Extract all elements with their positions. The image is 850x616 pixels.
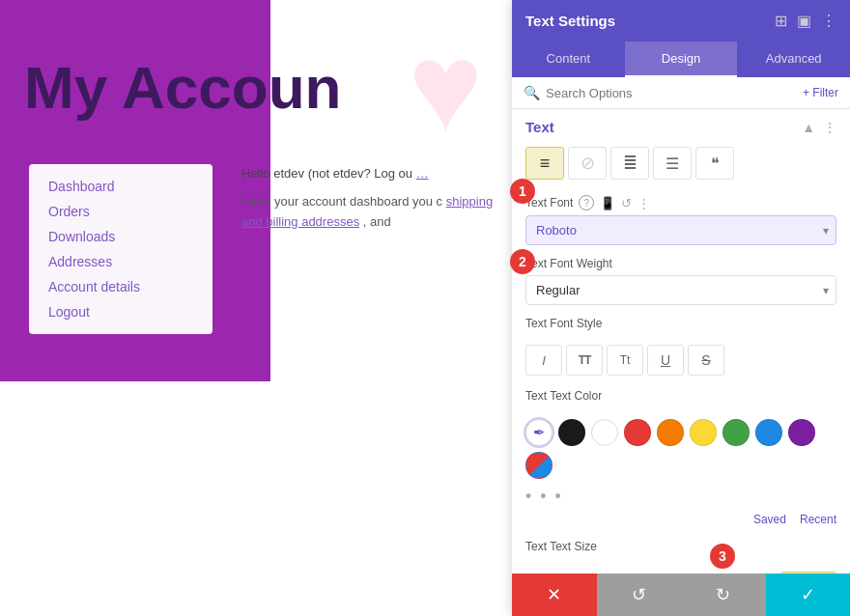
tab-advanced[interactable]: Advanced [737, 42, 850, 77]
sidebar-item-orders[interactable]: Orders [48, 204, 193, 219]
strikethrough-button[interactable]: S [688, 345, 724, 376]
sidebar-item-downloads[interactable]: Downloads [48, 229, 193, 244]
recent-label[interactable]: Recent [800, 513, 836, 526]
section-controls: ▲ ⋮ [802, 120, 836, 135]
responsive-icon[interactable]: ⊞ [775, 12, 787, 30]
main-content: Hello etdev (not etdev? Log ou … From yo… [241, 164, 502, 232]
color-swatch-orange[interactable] [657, 419, 684, 446]
undo-button[interactable]: ↺ [597, 574, 682, 616]
align-right-button[interactable]: ☰ [653, 147, 692, 180]
sidebar-item-logout[interactable]: Logout [48, 304, 193, 320]
weight-select[interactable]: Regular [525, 275, 836, 305]
page-area: My Accoun Dashboard Orders Downloads Add… [0, 0, 512, 616]
collapse-icon[interactable]: ▲ [802, 120, 815, 135]
badge-3: 3 [710, 544, 735, 569]
color-swatch-purple[interactable] [788, 419, 815, 446]
align-group: ≡ ⊘ ≣ ☰ ❝ [512, 143, 850, 189]
text-size-label: Text Text Size [525, 540, 836, 553]
section-header: Text ▲ ⋮ [512, 109, 850, 143]
desc-text: From your account dashboard you c shippi… [241, 192, 502, 233]
panel-tabs: Content Design Advanced [512, 42, 850, 77]
color-swatch-black[interactable] [558, 419, 585, 446]
font-select[interactable]: Roboto [525, 215, 836, 245]
align-center-button[interactable]: ≣ [610, 147, 649, 180]
filter-button[interactable]: + Filter [803, 86, 838, 99]
font-more-icon[interactable]: ⋮ [638, 196, 650, 210]
more-colors-dots[interactable]: • • • [525, 487, 563, 506]
tab-content[interactable]: Content [512, 42, 625, 77]
panel-title: Text Settings [525, 13, 615, 29]
panel-search: 🔍 + Filter [512, 77, 850, 109]
cancel-button[interactable]: ✕ [512, 574, 597, 616]
search-input[interactable] [546, 86, 797, 100]
capitalize-button[interactable]: Tt [607, 345, 643, 376]
badge-2: 2 [510, 249, 535, 274]
sidebar-nav: Dashboard Orders Downloads Addresses Acc… [29, 164, 212, 334]
reset-icon[interactable]: ↺ [621, 196, 632, 210]
sidebar-item-dashboard[interactable]: Dashboard [48, 179, 193, 194]
hello-text: Hello etdev (not etdev? Log ou … [241, 164, 502, 184]
settings-panel: Text Settings ⊞ ▣ ⋮ Content Design Advan… [512, 0, 850, 616]
text-size-field: Text Text Size [512, 534, 850, 564]
dots-row: • • • [512, 483, 850, 511]
panel-header-icons: ⊞ ▣ ⋮ [775, 12, 836, 30]
help-icon[interactable]: ? [579, 195, 594, 210]
text-font-style-label: Text Font Style [525, 317, 836, 330]
redo-button[interactable]: ↻ [681, 574, 766, 616]
color-footer: Saved Recent [512, 511, 850, 534]
device-icon[interactable]: 📱 [600, 196, 615, 210]
sidebar-item-addresses[interactable]: Addresses [48, 254, 193, 269]
page-title: My Accoun [24, 53, 341, 122]
font-select-wrapper: Roboto ▾ [525, 215, 836, 245]
panel-header: Text Settings ⊞ ▣ ⋮ [512, 0, 850, 42]
color-group: ✒ [512, 413, 850, 483]
search-icon: 🔍 [524, 85, 540, 100]
color-swatch-blue[interactable] [755, 419, 782, 446]
text-font-weight-field: Text Font Weight Regular ▾ [512, 251, 850, 311]
badge-1: 1 [510, 179, 535, 204]
section-title: Text [525, 119, 554, 135]
confirm-button[interactable]: ✓ [766, 574, 851, 616]
text-color-field: Text Text Color [512, 383, 850, 413]
style-group: I TT Tt U S [512, 341, 850, 383]
color-swatch-red[interactable] [624, 419, 651, 446]
blockquote-button[interactable]: ❝ [695, 147, 734, 180]
no-align-button[interactable]: ⊘ [568, 147, 607, 180]
saved-label[interactable]: Saved [753, 513, 786, 526]
color-swatch-white[interactable] [591, 419, 618, 446]
color-swatch-yellow[interactable] [690, 419, 717, 446]
more-icon[interactable]: ⋮ [821, 12, 836, 30]
section-more-icon[interactable]: ⋮ [823, 120, 836, 135]
text-font-style-field: Text Font Style [512, 311, 850, 341]
text-font-weight-label: Text Font Weight [525, 257, 836, 270]
italic-button[interactable]: I [525, 345, 562, 376]
logout-link[interactable]: … [416, 166, 429, 181]
uppercase-button[interactable]: TT [566, 345, 603, 376]
color-swatch-gradient[interactable] [525, 452, 552, 479]
tab-design[interactable]: Design [625, 42, 738, 77]
color-swatch-green[interactable] [722, 419, 750, 446]
text-font-field: Text Font ? 📱 ↺ ⋮ Roboto ▾ [512, 189, 850, 251]
panel-footer: ✕ ↺ ↻ ✓ [512, 574, 850, 616]
panel-body: Text ▲ ⋮ ≡ ⊘ ≣ ☰ ❝ Text Font ? 📱 ↺ ⋮ [512, 109, 850, 574]
align-left-button[interactable]: ≡ [525, 147, 564, 180]
layout-icon[interactable]: ▣ [797, 12, 811, 30]
weight-select-wrapper: Regular ▾ [525, 275, 836, 305]
slider-row [512, 564, 850, 574]
text-color-label: Text Text Color [525, 389, 836, 403]
sidebar-item-account-details[interactable]: Account details [48, 279, 193, 294]
eyedropper-swatch[interactable]: ✒ [525, 419, 552, 446]
underline-button[interactable]: U [647, 345, 684, 376]
text-font-label: Text Font ? 📱 ↺ ⋮ [525, 195, 836, 210]
